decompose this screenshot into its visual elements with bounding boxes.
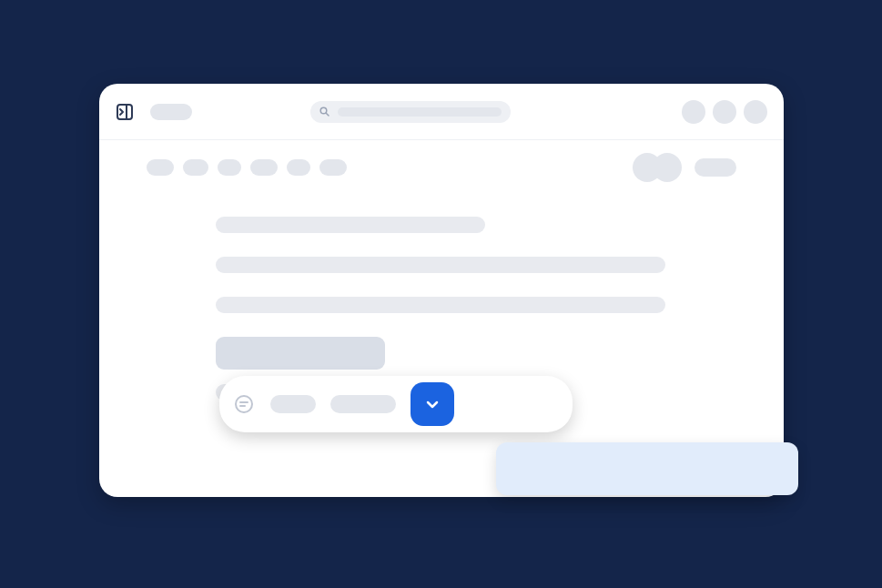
toolbar-right [633, 153, 736, 182]
toolbar-filters [147, 159, 347, 176]
search-placeholder [338, 107, 502, 117]
toolbar-chip[interactable] [319, 159, 347, 176]
content-highlight[interactable] [216, 337, 385, 370]
content-line [216, 257, 665, 273]
svg-line-3 [326, 113, 329, 116]
svg-rect-0 [117, 105, 132, 119]
page-title [150, 104, 192, 120]
header [99, 84, 784, 140]
content-area [99, 195, 784, 400]
header-action-3[interactable] [744, 100, 767, 124]
chat-icon[interactable] [232, 392, 256, 416]
search-input[interactable] [310, 101, 511, 123]
dropdown-panel[interactable] [496, 442, 798, 495]
inline-toolbar [219, 376, 573, 432]
content-line [216, 297, 665, 313]
header-actions [682, 100, 767, 124]
toolbar-chip[interactable] [147, 159, 174, 176]
toolbar-chip[interactable] [183, 159, 208, 176]
toolbar [99, 140, 784, 195]
sidebar-toggle-button[interactable] [116, 103, 134, 121]
svg-point-4 [236, 396, 252, 412]
chevron-down-icon [425, 397, 440, 411]
search-icon [319, 106, 330, 117]
expand-button[interactable] [411, 382, 454, 426]
header-action-2[interactable] [713, 100, 736, 124]
avatar-stack[interactable] [633, 153, 682, 182]
toolbar-chip[interactable] [218, 159, 241, 176]
avatar [653, 153, 682, 182]
app-window [99, 84, 784, 497]
content-line [216, 217, 485, 233]
panel-expand-icon [116, 103, 134, 121]
header-action-1[interactable] [682, 100, 705, 124]
toolbar-chip[interactable] [250, 159, 278, 176]
toolbar-item[interactable] [330, 395, 396, 413]
toolbar-action[interactable] [694, 158, 736, 177]
toolbar-item[interactable] [270, 395, 316, 413]
toolbar-chip[interactable] [287, 159, 310, 176]
